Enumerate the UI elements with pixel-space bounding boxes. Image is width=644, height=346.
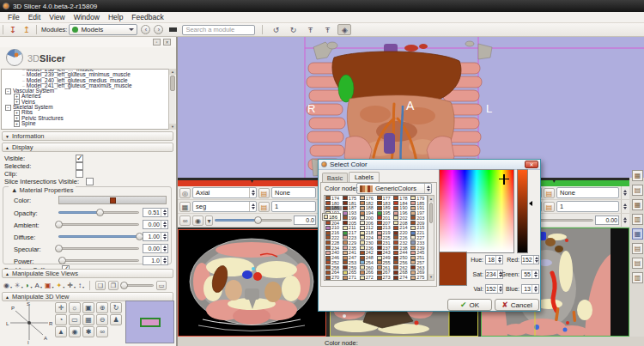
value-gradient-bar[interactable] <box>517 169 528 253</box>
spin-arrows[interactable] <box>161 221 167 228</box>
tab-basic[interactable]: Basic <box>322 173 348 182</box>
layers-icon[interactable]: ▤ <box>544 188 555 198</box>
crosshair-icon[interactable]: ✳▾ <box>15 282 23 289</box>
spin-arrows[interactable] <box>533 256 540 264</box>
menu-feedback[interactable]: Feedback <box>127 12 167 23</box>
slider-knob[interactable] <box>120 282 128 289</box>
labelmap-icon[interactable]: ▦ <box>179 202 191 212</box>
red-spinbox[interactable]: 152 <box>521 255 539 264</box>
color-cell-270[interactable]: 270 <box>325 275 342 280</box>
layout-button-7[interactable]: ▤ <box>632 258 643 269</box>
redo-icon[interactable]: ↻ <box>286 24 300 35</box>
screen-capture-icon[interactable]: ◈ <box>337 24 351 35</box>
cancel-button[interactable]: ✘ Cancel <box>495 299 539 311</box>
tree-expander[interactable]: + <box>14 121 20 127</box>
eye-icon[interactable]: ◉ <box>192 215 204 226</box>
section-information[interactable]: ▼ Information <box>2 131 173 141</box>
layout-button-3[interactable]: ▦ <box>632 199 643 210</box>
color-cell-271[interactable]: 271 <box>342 275 359 280</box>
orbit-button[interactable]: ♟ <box>110 314 122 325</box>
grid-scrollbar[interactable]: ▲ ▼ <box>428 195 434 281</box>
tree-item[interactable]: +Spine <box>2 121 168 126</box>
scrollbar-thumb[interactable] <box>170 76 175 91</box>
undo-icon[interactable]: ↺ <box>269 24 283 35</box>
thumbnail-view-rect[interactable] <box>140 318 161 327</box>
copy-slice-button[interactable]: ❏ <box>95 281 106 290</box>
layers-icon[interactable]: ▤ <box>258 188 270 198</box>
save-scene-icon[interactable]: ↥ <box>20 24 33 35</box>
chevron-down-icon[interactable]: ▾ <box>205 215 213 226</box>
value-indicator-icon[interactable] <box>529 201 532 206</box>
field-of-view-button[interactable]: ◔ <box>55 314 67 325</box>
slice-visibility-eye-icon[interactable]: ◉▾ <box>3 282 12 289</box>
menu-window[interactable]: Window <box>70 12 104 23</box>
ambient-slider[interactable] <box>58 221 139 228</box>
module-back-button[interactable]: ‹ <box>141 25 150 34</box>
layout-button-2[interactable]: ▤ <box>632 185 643 196</box>
green-spinbox[interactable]: 55 <box>521 270 539 279</box>
spin-arrows[interactable] <box>161 209 167 216</box>
section-manipulate-slice-views[interactable]: ▲ Manipulate Slice Views <box>2 269 173 278</box>
layers-icon[interactable]: ▤ <box>258 202 270 212</box>
spin-arrows[interactable] <box>532 270 538 278</box>
module-history-icon[interactable] <box>169 27 177 32</box>
label-map-cube-icon[interactable]: ▣▾ <box>45 282 54 289</box>
diffuse-slider[interactable] <box>58 233 139 240</box>
center-view-button[interactable]: ☼ <box>69 302 81 313</box>
menu-help[interactable]: Help <box>104 12 127 23</box>
diffuse-spinbox[interactable]: 1.00 <box>143 232 168 241</box>
navigation-thumbnail[interactable] <box>125 300 174 343</box>
red-slice-bar[interactable]: ▾ <box>178 180 326 186</box>
selected-checkbox[interactable] <box>76 162 83 170</box>
tree-expander[interactable]: − <box>5 105 11 111</box>
modules-combobox[interactable]: Models <box>69 24 137 35</box>
spin-arrows[interactable] <box>161 233 167 240</box>
slice-offset-icon[interactable]: ↕▾ <box>78 282 84 289</box>
eye-button[interactable]: ◉ <box>69 326 81 337</box>
slice-opacity-slider[interactable] <box>121 282 154 289</box>
link-icon[interactable]: ∞ <box>179 215 191 226</box>
color-cell-275[interactable]: 275 <box>410 275 427 280</box>
blue-spinbox[interactable]: 13 <box>521 284 539 294</box>
opacity-slider[interactable] <box>58 209 139 216</box>
clip-checkbox[interactable] <box>76 170 83 178</box>
spin-arrows[interactable] <box>621 200 628 213</box>
opacity-spinbox[interactable]: 0.0 <box>294 215 316 225</box>
zoom-in-button[interactable]: ⊕ <box>96 302 108 313</box>
specular-slider[interactable] <box>58 245 139 252</box>
pin-first-icon[interactable]: Ŧ <box>303 24 317 35</box>
slider-knob[interactable] <box>55 221 63 228</box>
material-properties-header[interactable]: ▲ Material Properties <box>9 186 76 194</box>
axis-orientation-widget[interactable]: S I L R P A <box>5 300 53 345</box>
zoom-out-button[interactable]: ⊖ <box>96 314 108 325</box>
fit-to-window-icon[interactable]: ◗▾ <box>26 282 33 289</box>
menu-edit[interactable]: Edit <box>24 12 46 23</box>
spin-arrows[interactable] <box>621 214 628 227</box>
foreground-combobox[interactable]: None <box>271 187 316 198</box>
ok-button[interactable]: ✔ OK <box>447 299 492 311</box>
slider-knob[interactable] <box>58 257 66 264</box>
stereo-glasses-button[interactable]: ∞ <box>96 326 108 337</box>
rock-button[interactable]: ✱ <box>82 326 94 337</box>
search-input[interactable] <box>182 25 255 35</box>
tab-labels[interactable]: Labels <box>349 172 380 182</box>
more-button[interactable]: ▭ <box>156 281 167 290</box>
label-value-combobox[interactable]: 1 <box>556 201 619 212</box>
tree-scrollbar[interactable]: ▲ ▼ <box>168 69 175 130</box>
load-data-icon[interactable]: ↧ <box>6 24 20 35</box>
panel-close-icon[interactable]: ✕ <box>163 39 171 46</box>
orientation-combobox[interactable]: Axial <box>192 187 257 198</box>
opacity-spinbox[interactable]: 0.00 <box>595 215 619 225</box>
viewer-3d[interactable]: R A L <box>178 37 644 178</box>
panel-undock-icon[interactable]: ▫ <box>153 39 161 46</box>
power-slider[interactable] <box>58 257 139 264</box>
color-cell-274[interactable]: 274 <box>392 275 410 280</box>
slider-knob[interactable] <box>96 209 104 216</box>
spin-view-button[interactable]: ↻ <box>110 302 122 313</box>
color-node-combobox[interactable]: GenericColors <box>356 183 432 194</box>
spin-arrows[interactable] <box>161 257 167 264</box>
screenshot-button[interactable]: ▣ <box>82 302 94 313</box>
view-box-button[interactable]: ▭ <box>69 314 81 325</box>
layers-icon[interactable]: ▤ <box>544 202 555 212</box>
opacity-slider[interactable] <box>215 216 292 224</box>
